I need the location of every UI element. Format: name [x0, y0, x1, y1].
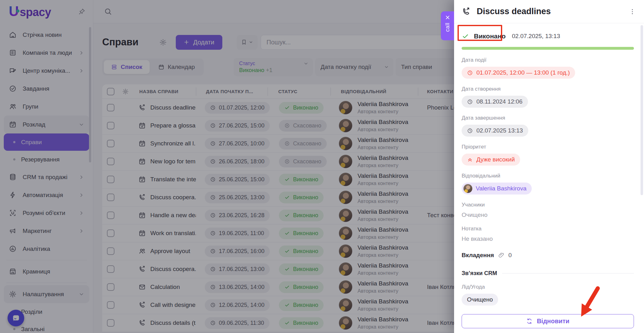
divider [502, 273, 634, 274]
priority-high-icon [467, 157, 473, 163]
field-label: Дата створення [462, 86, 634, 92]
field-label: Дата завершення [462, 115, 634, 121]
clock-icon [467, 70, 473, 76]
panel-body: Виконано 02.07.2025, 13:13 Дата події 01… [454, 23, 644, 333]
attachments-label: Вкладення [462, 252, 494, 259]
field-label: Відповідальний [462, 173, 634, 179]
field-label: Учасники [462, 202, 634, 208]
close-icon[interactable] [445, 15, 450, 20]
field-label: Лід/Угода [462, 284, 634, 290]
activity-detail-panel: Discuss deadlines Виконано 02.07.2025, 1… [454, 0, 644, 333]
panel-status-row: Виконано 02.07.2025, 13:13 [462, 29, 634, 43]
check-icon [462, 32, 469, 40]
field-label: Нотатка [462, 226, 634, 232]
call-tab[interactable]: call [441, 11, 454, 40]
field-label: Дата події [462, 57, 634, 63]
crm-section-header: Зв’язки CRM [462, 270, 634, 277]
avatar [464, 184, 472, 193]
call-type-icon [462, 7, 471, 16]
clock-icon [467, 128, 473, 134]
modal-dim-overlay[interactable] [0, 0, 454, 333]
priority-pill: Дуже високий [462, 154, 520, 166]
created-date-pill: 08.11.2024 12:06 [462, 96, 528, 108]
priority-value: Дуже високий [476, 156, 515, 163]
panel-header: Discuss deadlines [454, 0, 644, 23]
paperclip-icon [498, 252, 504, 258]
event-date-pill: 01.07.2025, 12:00 — 13:00 (1 год.) [462, 67, 575, 79]
clock-icon [467, 99, 473, 105]
note-value: Не вказано [462, 235, 634, 242]
attachments-row: Вкладення 0 [462, 252, 634, 259]
panel-scrollbar[interactable] [641, 25, 643, 195]
field-label: Пріоритет [462, 144, 634, 150]
refresh-icon [526, 318, 533, 325]
restore-button-label: Відновити [537, 318, 569, 325]
more-menu-icon[interactable] [629, 8, 636, 15]
event-date-value: 01.07.2025, 12:00 — 13:00 (1 год.) [476, 69, 570, 76]
crm-section-title: Зв’язки CRM [462, 270, 497, 277]
created-date-value: 08.11.2024 12:06 [476, 98, 523, 105]
responsible-pill[interactable]: Valeriia Bashkirova [462, 183, 532, 195]
status-progress-bar [462, 47, 634, 50]
panel-footer: Відновити [454, 302, 644, 333]
panel-status-label: Виконано [474, 32, 506, 40]
call-tab-label: call [444, 23, 451, 32]
participants-value: Очищено [462, 212, 634, 218]
responsible-name: Valeriia Bashkirova [476, 185, 526, 192]
panel-completed-at: 02.07.2025, 13:13 [512, 33, 560, 40]
finished-date-pill: 02.07.2025 13:13 [462, 125, 528, 137]
panel-title: Discuss deadlines [477, 7, 623, 16]
attachments-count: 0 [508, 252, 512, 259]
restore-button[interactable]: Відновити [462, 314, 634, 328]
finished-date-value: 02.07.2025 13:13 [476, 127, 523, 134]
